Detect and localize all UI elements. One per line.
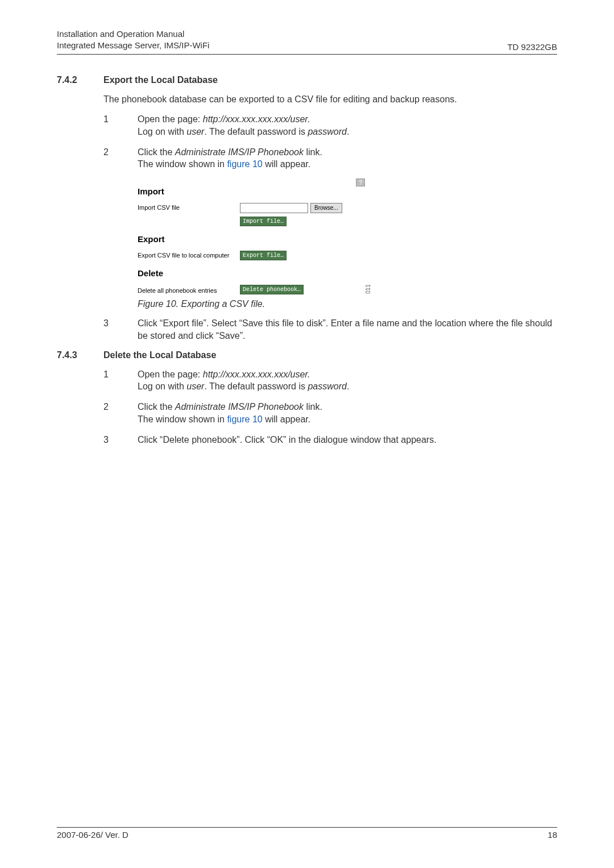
section-742-title: Export the Local Database [103,75,218,85]
browse-button[interactable]: Browse... [310,203,342,213]
step-text: Click the Administrate IMS/IP Phonebook … [138,401,557,426]
step-num: 3 [103,317,138,342]
header-right: TD 92322GB [507,42,557,52]
fig-export-label: Export CSV file to local computer [138,251,240,259]
section-743-heading: 7.4.3 Delete the Local Database [57,350,557,360]
header-left: Installation and Operation Manual Integr… [57,28,209,52]
step-num: 2 [103,401,138,426]
text-frag: link. [304,147,322,157]
figure-ref-link[interactable]: figure 10 [227,159,262,169]
fig-delete-label: Delete all phonebook entries [138,286,240,294]
password-text: password [308,127,346,136]
fig-delete-heading: Delete [138,268,371,278]
figure-10: Import ? Import CSV file Browse... Impor… [138,178,557,309]
text-frag: . The default password is [204,381,308,391]
fig-import-label: Import CSV file [138,203,240,211]
figure-ref-link[interactable]: figure 10 [227,414,262,424]
text-frag: . [347,381,349,391]
text-frag: Click the [138,402,175,412]
page-header: Installation and Operation Manual Integr… [57,28,557,55]
step-text: Click the Administrate IMS/IP Phonebook … [138,146,557,171]
step-text: Click “Delete phonebook”. Click “OK” in … [138,434,557,446]
step-num: 2 [103,146,138,171]
import-csv-input[interactable] [240,203,308,213]
user-text: user [186,381,204,391]
step-text: Open the page: http://xxx.xxx.xxx.xxx/us… [138,368,557,393]
step-743-3: 3 Click “Delete phonebook”. Click “OK” i… [103,434,557,446]
text-frag: . The default password is [204,127,308,136]
text-frag: The window shown in [138,414,227,424]
header-line2: Integrated Message Server, IMS/IP-WiFi [57,40,209,51]
section-743-number: 7.4.3 [57,350,103,360]
step-742-1: 1 Open the page: http://xxx.xxx.xxx.xxx/… [103,113,557,138]
admin-link-text: Administrate IMS/IP Phonebook [175,402,304,412]
text-frag: Log on with [138,127,186,136]
header-line1: Installation and Operation Manual [57,28,209,40]
text-frag: Log on with [138,381,186,391]
text-frag: link. [304,402,322,412]
section-742-number: 7.4.2 [57,75,103,85]
footer-page-number: 18 [547,830,557,840]
step-num: 1 [103,113,138,138]
section-742-intro: The phonebook database can be exported t… [103,93,557,106]
delete-phonebook-button[interactable]: Delete phonebook… [240,285,304,294]
admin-link-text: Administrate IMS/IP Phonebook [175,147,304,157]
url-text: http://xxx.xxx.xxx.xxx/user. [203,114,310,124]
text-frag: . [347,127,349,136]
fig-import-heading: Import [138,186,164,196]
text-frag: Click the [138,147,175,157]
section-742-heading: 7.4.2 Export the Local Database [57,75,557,85]
figure-10-caption: Figure 10. Exporting a CSV file. [138,299,557,309]
import-file-button[interactable]: Import file… [240,217,287,226]
fig-export-heading: Export [138,234,371,244]
text-frag: Open the page: [138,369,203,379]
step-num: 1 [103,368,138,393]
section-743-title: Delete the Local Database [103,350,216,360]
step-num: 3 [103,434,138,446]
text-frag: will appear. [263,159,311,169]
help-icon[interactable]: ? [356,178,365,186]
url-text: http://xxx.xxx.xxx.xxx/user. [203,369,310,379]
step-text: Click “Export file”. Select “Save this f… [138,317,557,342]
export-file-button[interactable]: Export file… [240,251,287,260]
step-742-3: 3 Click “Export file”. Select “Save this… [103,317,557,342]
text-frag: The window shown in [138,159,227,169]
fig-side-note: 011 [365,284,371,294]
step-text: Open the page: http://xxx.xxx.xxx.xxx/us… [138,113,557,138]
text-frag: Open the page: [138,114,203,124]
step-742-2: 2 Click the Administrate IMS/IP Phoneboo… [103,146,557,171]
page-footer: 2007-06-26/ Ver. D 18 [57,827,557,840]
password-text: password [308,381,346,391]
footer-left: 2007-06-26/ Ver. D [57,830,128,840]
text-frag: will appear. [263,414,311,424]
user-text: user [186,127,204,136]
step-743-2: 2 Click the Administrate IMS/IP Phoneboo… [103,401,557,426]
step-743-1: 1 Open the page: http://xxx.xxx.xxx.xxx/… [103,368,557,393]
